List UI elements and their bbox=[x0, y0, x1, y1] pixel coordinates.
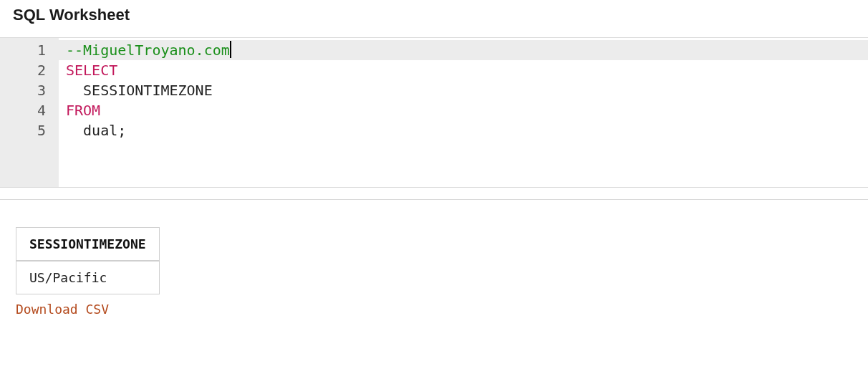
results-panel: SESSIONTIMEZONE US/Pacific Download CSV bbox=[0, 199, 868, 317]
page-title: SQL Worksheet bbox=[13, 6, 855, 24]
line-number: 4 bbox=[0, 100, 59, 120]
code-line[interactable]: SESSIONTIMEZONE bbox=[59, 80, 868, 100]
code-area[interactable]: --MiguelTroyano.comSELECT SESSIONTIMEZON… bbox=[59, 38, 868, 187]
code-line[interactable]: dual; bbox=[59, 120, 868, 140]
table-cell: US/Pacific bbox=[16, 261, 160, 294]
code-token: dual; bbox=[66, 122, 126, 139]
sql-editor[interactable]: 12345 --MiguelTroyano.comSELECT SESSIONT… bbox=[0, 37, 868, 188]
results-table: SESSIONTIMEZONE US/Pacific bbox=[16, 227, 160, 294]
column-header: SESSIONTIMEZONE bbox=[16, 228, 160, 261]
line-gutter: 12345 bbox=[0, 38, 59, 187]
line-number: 3 bbox=[0, 80, 59, 100]
line-number: 5 bbox=[0, 120, 59, 140]
code-token: --MiguelTroyano.com bbox=[66, 42, 230, 59]
header: SQL Worksheet bbox=[0, 0, 868, 37]
download-csv-link[interactable]: Download CSV bbox=[16, 302, 109, 317]
line-number: 2 bbox=[0, 60, 59, 80]
text-cursor bbox=[230, 41, 231, 58]
code-line[interactable]: --MiguelTroyano.com bbox=[59, 40, 868, 60]
code-line[interactable]: SELECT bbox=[59, 60, 868, 80]
line-number: 1 bbox=[0, 40, 59, 60]
code-token: SELECT bbox=[66, 62, 117, 79]
code-token: SESSIONTIMEZONE bbox=[66, 82, 213, 99]
code-token: FROM bbox=[66, 102, 100, 119]
table-row: US/Pacific bbox=[16, 261, 160, 294]
code-line[interactable]: FROM bbox=[59, 100, 868, 120]
